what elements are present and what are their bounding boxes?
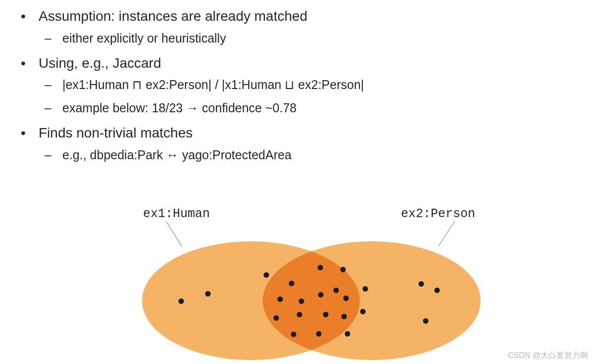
venn-ellipse-right [263,241,481,360]
venn-dot-intersection [334,288,339,293]
bullet-list: Assumption: instances are already matche… [0,7,593,164]
venn-dot-intersection [274,316,279,321]
venn-dot-left-only [179,299,184,304]
venn-dot-left-only [205,291,211,297]
venn-dot-intersection [299,299,304,304]
bullet-text: Finds non-trivial matches [39,125,193,140]
venn-dot-intersection [360,309,366,315]
sub-bullet-item: e.g., dbpedia:Park ↔ yago:ProtectedArea [39,145,593,165]
venn-dot-right-only [423,318,429,324]
venn-dot-intersection [316,331,322,337]
bullet-text: Using, e.g., Jaccard [39,55,161,71]
sub-bullet-item: either explicitly or heuristically [39,29,593,48]
sub-bullet-list: |ex1:Human ⊓ ex2:Person| / |x1:Human ⊔ e… [39,75,593,118]
slide: Assumption: instances are already matche… [0,0,593,364]
bullet-item: Assumption: instances are already matche… [0,7,593,48]
watermark: CSDN @大白要努力啊 [508,351,588,361]
venn-dot-intersection [264,273,269,278]
venn-dot-intersection [289,281,295,286]
lead-line-right [439,221,455,246]
sub-bullet-list: either explicitly or heuristically [39,29,593,48]
venn-right-label: ex2:Person [401,207,475,221]
sub-bullet-item: example below: 18/23 → confidence ~0.78 [39,98,593,118]
bullet-item: Finds non-trivial matches e.g., dbpedia:… [0,124,593,165]
venn-dot-intersection [297,312,302,318]
venn-dot-intersection [345,331,350,337]
venn-dot-right-only [419,281,424,287]
lead-line-left [166,221,182,246]
venn-dot-right-only [435,288,440,293]
bullet-item: Using, e.g., Jaccard |ex1:Human ⊓ ex2:Pe… [0,54,593,118]
sub-bullet-item: |ex1:Human ⊓ ex2:Person| / |x1:Human ⊔ e… [39,75,593,94]
venn-dot-intersection [323,312,329,318]
sub-bullet-text: either explicitly or heuristically [62,31,226,45]
venn-dot-intersection [278,297,283,302]
sub-bullet-text: |ex1:Human ⊓ ex2:Person| / |x1:Human ⊔ e… [62,78,364,91]
venn-dot-intersection [341,267,346,273]
sub-bullet-list: e.g., dbpedia:Park ↔ yago:ProtectedArea [39,145,593,165]
venn-left-label: ex1:Human [143,207,210,221]
venn-dot-intersection [318,265,323,271]
bullet-text: Assumption: instances are already matche… [39,8,307,24]
venn-dot-intersection [344,296,349,301]
venn-diagram: ex1:Human ex2:Person [125,207,501,355]
sub-bullet-text: e.g., dbpedia:Park ↔ yago:ProtectedArea [62,148,292,162]
venn-dot-intersection [342,314,347,319]
venn-dot-intersection [291,332,296,337]
sub-bullet-text: example below: 18/23 → confidence ~0.78 [62,101,296,115]
venn-dot-intersection [363,286,368,292]
venn-dot-intersection [318,292,324,298]
